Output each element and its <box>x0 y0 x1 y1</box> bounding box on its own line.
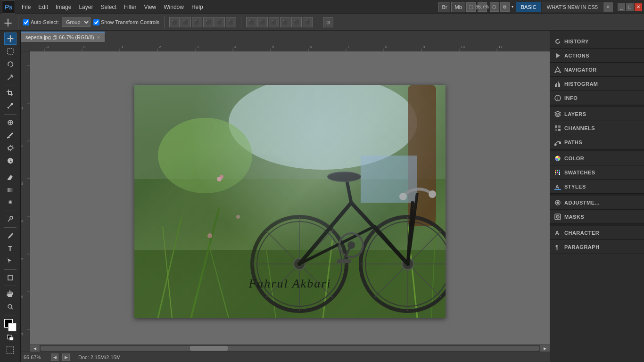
eyedropper-tool[interactable] <box>4 100 17 112</box>
svg-rect-111 <box>559 83 560 87</box>
minimize-button[interactable]: _ <box>618 3 625 11</box>
zoom-tool[interactable] <box>4 301 17 313</box>
align-top[interactable]: ⬛ <box>169 17 180 27</box>
svg-text:A: A <box>555 184 559 189</box>
menu-filter[interactable]: Filter <box>120 0 140 14</box>
panel-layers[interactable]: LAYERS <box>550 107 644 121</box>
dodge-tool[interactable] <box>4 213 17 225</box>
history-label: HISTORY <box>564 39 589 44</box>
scroll-track-h[interactable] <box>41 346 539 351</box>
align-bottom[interactable]: ⬛ <box>192 17 202 27</box>
panel-paths[interactable]: PATHS <box>550 135 644 149</box>
toolbar: T <box>0 31 21 362</box>
tab-close-button[interactable]: × <box>97 35 100 40</box>
brush-tool[interactable] <box>4 129 17 141</box>
shape-tool[interactable] <box>4 272 17 284</box>
dist-right[interactable]: ⬛ <box>303 17 313 27</box>
menu-edit[interactable]: Edit <box>34 0 52 14</box>
magic-wand-tool[interactable] <box>4 71 17 83</box>
align-right[interactable]: ⬛ <box>226 17 236 27</box>
dist-top[interactable]: ⬛ <box>246 17 256 27</box>
menu-view[interactable]: View <box>140 0 160 14</box>
panel-navigator[interactable]: NAVIGATOR <box>550 63 644 77</box>
svg-point-134 <box>557 202 559 204</box>
auto-select-option[interactable]: Auto-Select: <box>23 19 59 25</box>
maximize-button[interactable]: □ <box>626 3 634 11</box>
svg-rect-122 <box>555 170 556 171</box>
align-left[interactable]: ⬛ <box>203 17 214 27</box>
panel-styles[interactable]: A STYLES <box>550 180 644 194</box>
gradient-tool[interactable] <box>4 184 17 196</box>
dist-horiz[interactable]: ⬛ <box>291 17 302 27</box>
align-vert-center[interactable]: ⬛ <box>181 17 191 27</box>
show-transform-option[interactable]: Show Transform Controls <box>93 19 159 25</box>
text-tool[interactable]: T <box>4 242 17 255</box>
horizontal-scrollbar[interactable]: ◀ ▶ <box>30 345 550 352</box>
move-tool[interactable] <box>4 33 17 45</box>
color-swatches[interactable] <box>4 319 17 331</box>
image-canvas[interactable]: Fahrul Akbari <box>134 85 446 318</box>
dist-bottom[interactable]: ⬛ <box>269 17 279 27</box>
align-horiz-center[interactable]: ⬛ <box>215 17 225 27</box>
panel-history[interactable]: HISTORY <box>550 34 644 49</box>
canvas-inner[interactable]: Fahrul Akbari <box>30 51 550 352</box>
crop-tool[interactable] <box>4 87 17 99</box>
panel-adjustments[interactable]: ADJUSTME... <box>550 196 644 210</box>
arrange-btn[interactable]: ⬡ <box>490 2 499 12</box>
status-options[interactable]: ◀ <box>51 354 58 361</box>
status-options2[interactable]: ▶ <box>62 354 70 361</box>
auto-select-dropdown[interactable]: Group Layer <box>62 17 91 27</box>
auto-select-checkbox[interactable] <box>23 19 29 25</box>
pen-tool[interactable] <box>4 230 17 242</box>
blur-tool[interactable] <box>4 197 17 209</box>
separator-3 <box>241 16 241 28</box>
panel-info[interactable]: i INFO <box>550 91 644 105</box>
dist-left[interactable]: ⬛ <box>280 17 290 27</box>
panel-character[interactable]: A CHARACTER <box>550 226 644 240</box>
menu-window[interactable]: Window <box>160 0 188 14</box>
scroll-thumb-h[interactable] <box>190 346 228 351</box>
document-tab[interactable]: sepeda.jpg @ 66.7% (RGB/8) × <box>21 32 105 42</box>
menu-help[interactable]: Help <box>188 0 207 14</box>
background-color[interactable] <box>8 323 17 331</box>
eraser-tool[interactable] <box>4 171 17 183</box>
scroll-left-btn[interactable]: ◀ <box>30 345 40 352</box>
menu-file[interactable]: File <box>18 0 34 14</box>
svg-text:3: 3 <box>21 181 24 186</box>
path-select-tool[interactable] <box>4 255 17 267</box>
bridge-button[interactable]: Br <box>438 2 450 12</box>
clone-tool[interactable] <box>4 142 17 154</box>
default-colors-button[interactable]: ↺ <box>7 334 14 341</box>
panel-color[interactable]: COLOR <box>550 151 644 165</box>
scroll-right-btn[interactable]: ▶ <box>540 345 550 352</box>
panel-channels[interactable]: CHANNELS <box>550 121 644 135</box>
panel-paragraph[interactable]: ¶ PARAGRAPH <box>550 240 644 254</box>
screen-mode-button[interactable]: ⬚ <box>466 2 476 12</box>
heal-tool[interactable] <box>4 116 17 129</box>
workspace-button[interactable]: BASIC <box>516 2 541 12</box>
menu-select[interactable]: Select <box>97 0 120 14</box>
panel-swatches[interactable]: SWATCHES <box>550 165 644 180</box>
hand-tool[interactable] <box>4 288 17 300</box>
whats-new-button[interactable]: WHAT'S NEW IN CS5 <box>542 2 603 12</box>
arrange-dropdown[interactable]: ▾ <box>511 2 514 12</box>
panel-arrows[interactable]: » <box>603 2 613 12</box>
close-button[interactable]: ✕ <box>635 3 642 11</box>
tool-separator-8 <box>4 315 17 315</box>
quick-mask-button[interactable]: ⬚ <box>6 344 15 355</box>
panel-masks[interactable]: MASKS <box>550 210 644 224</box>
arrange-btn2[interactable]: ⧉ <box>500 2 510 12</box>
panel-actions[interactable]: ACTIONS <box>550 49 644 63</box>
dist-vert[interactable]: ⬛ <box>257 17 268 27</box>
lasso-tool[interactable] <box>4 58 17 70</box>
mini-bridge-button[interactable]: Mb <box>451 2 465 12</box>
history-brush-tool[interactable] <box>4 155 17 167</box>
auto-align-btn[interactable]: ⊡ <box>323 17 333 27</box>
right-panel: HISTORY ACTIONS NAVIGATOR <box>550 31 644 362</box>
show-transform-checkbox[interactable] <box>93 19 99 25</box>
selection-tool[interactable] <box>4 45 17 58</box>
menu-image[interactable]: Image <box>52 0 75 14</box>
zoom-dropdown[interactable]: 66.7% <box>478 2 487 12</box>
panel-histogram[interactable]: HISTOGRAM <box>550 77 644 91</box>
menu-layer[interactable]: Layer <box>75 0 97 14</box>
